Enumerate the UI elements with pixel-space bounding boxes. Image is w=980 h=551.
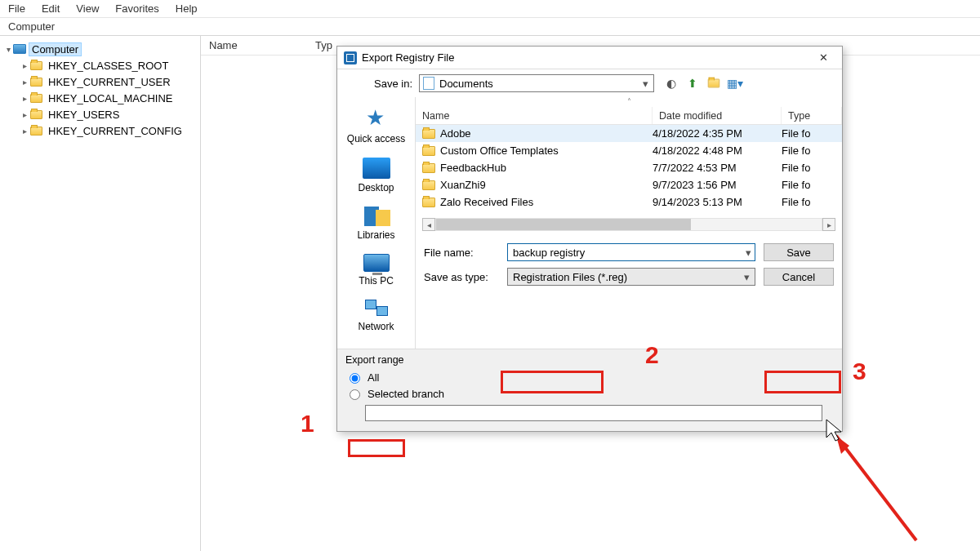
export-range-label: Export range bbox=[345, 354, 834, 366]
chevron-right-icon[interactable]: ▸ bbox=[20, 94, 29, 103]
folder-icon bbox=[422, 198, 435, 207]
tree-node-hkcu[interactable]: ▸ HKEY_CURRENT_USER bbox=[0, 73, 200, 90]
selected-branch-input[interactable] bbox=[365, 405, 822, 421]
file-row[interactable]: Custom Office Templates 4/18/2022 4:48 P… bbox=[416, 142, 842, 159]
sort-indicator-icon: ˄ bbox=[416, 97, 842, 107]
scroll-left-icon[interactable]: ◂ bbox=[422, 218, 435, 231]
place-network[interactable]: Network bbox=[337, 293, 415, 339]
chevron-down-icon[interactable]: ▾ bbox=[643, 78, 648, 90]
regedit-icon bbox=[344, 51, 357, 64]
menu-favorites[interactable]: Favorites bbox=[115, 2, 158, 15]
radio-selected-branch[interactable] bbox=[350, 389, 360, 400]
registry-tree[interactable]: ▾ Computer ▸ HKEY_CLASSES_ROOT ▸ HKEY_CU… bbox=[0, 36, 201, 551]
dialog-title: Export Registry File bbox=[362, 51, 811, 64]
file-type: File fo bbox=[782, 162, 842, 174]
save-as-type-label: Save as type: bbox=[424, 271, 499, 283]
place-desktop[interactable]: Desktop bbox=[337, 151, 415, 200]
place-this-pc[interactable]: This PC bbox=[337, 247, 415, 293]
new-folder-icon[interactable] bbox=[706, 76, 721, 91]
place-label: Libraries bbox=[357, 229, 394, 241]
file-row[interactable]: XuanZhi9 9/7/2023 1:56 PM File fo bbox=[416, 176, 842, 193]
tree-node-hklm[interactable]: ▸ HKEY_LOCAL_MACHINE bbox=[0, 90, 200, 106]
view-menu-icon[interactable]: ▦▾ bbox=[728, 76, 742, 91]
tree-node-computer[interactable]: ▾ Computer bbox=[0, 41, 200, 57]
folder-icon bbox=[422, 180, 435, 190]
place-libraries[interactable]: Libraries bbox=[337, 200, 415, 247]
tree-node-hkcr[interactable]: ▸ HKEY_CLASSES_ROOT bbox=[0, 57, 200, 73]
col-name[interactable]: Name bbox=[416, 107, 653, 124]
scroll-track[interactable] bbox=[435, 218, 822, 231]
this-pc-icon bbox=[363, 254, 390, 272]
menu-file[interactable]: File bbox=[8, 2, 25, 15]
radio-label: Selected branch bbox=[368, 388, 444, 400]
file-name-input[interactable] bbox=[507, 243, 755, 261]
save-in-label: Save in: bbox=[337, 78, 419, 90]
export-range-all[interactable]: All bbox=[345, 369, 834, 385]
file-name-label: File name: bbox=[424, 247, 499, 259]
file-row[interactable]: Adobe 4/18/2022 4:35 PM File fo bbox=[416, 125, 842, 142]
up-folder-icon[interactable]: ⬆ bbox=[685, 76, 700, 91]
cancel-button[interactable]: Cancel bbox=[764, 268, 834, 286]
address-text: Computer bbox=[8, 20, 55, 33]
document-icon bbox=[423, 77, 434, 90]
col-date-modified[interactable]: Date modified bbox=[653, 107, 782, 124]
chevron-down-icon[interactable]: ▾ bbox=[746, 247, 751, 259]
folder-icon bbox=[29, 109, 42, 120]
tree-node-label: HKEY_CLASSES_ROOT bbox=[46, 60, 171, 72]
chevron-down-icon[interactable]: ▾ bbox=[744, 271, 750, 283]
chevron-right-icon[interactable]: ▸ bbox=[20, 110, 29, 119]
file-type: File fo bbox=[782, 127, 842, 140]
tree-node-label: HKEY_LOCAL_MACHINE bbox=[46, 92, 175, 104]
menu-help[interactable]: Help bbox=[176, 2, 198, 15]
file-row[interactable]: FeedbackHub 7/7/2022 4:53 PM File fo bbox=[416, 159, 842, 176]
chevron-right-icon[interactable]: ▸ bbox=[20, 61, 29, 70]
close-button[interactable]: ✕ bbox=[811, 49, 835, 67]
file-type: File fo bbox=[782, 179, 842, 191]
address-bar: Computer bbox=[0, 18, 980, 36]
folder-icon bbox=[29, 60, 42, 71]
save-as-type-combo[interactable]: Registration Files (*.reg) ▾ bbox=[507, 268, 755, 286]
dialog-titlebar[interactable]: Export Registry File ✕ bbox=[337, 47, 842, 69]
export-range-selected-branch[interactable]: Selected branch bbox=[345, 385, 834, 402]
place-label: Desktop bbox=[358, 182, 394, 193]
radio-all[interactable] bbox=[350, 373, 360, 384]
scroll-thumb[interactable] bbox=[436, 219, 691, 230]
computer-icon bbox=[13, 43, 26, 55]
file-row[interactable]: Zalo Received Files 9/14/2023 5:13 PM Fi… bbox=[416, 193, 842, 211]
chevron-right-icon[interactable]: ▸ bbox=[20, 78, 29, 87]
export-range-group: Export range All Selected branch bbox=[337, 349, 842, 431]
file-name: FeedbackHub bbox=[440, 162, 506, 174]
menu-view[interactable]: View bbox=[76, 2, 99, 15]
folder-icon bbox=[422, 146, 435, 156]
file-list-header: Name Date modified Type bbox=[416, 107, 842, 125]
file-name: Adobe bbox=[440, 127, 471, 140]
menu-edit[interactable]: Edit bbox=[42, 2, 60, 15]
file-date: 9/7/2023 1:56 PM bbox=[653, 179, 782, 191]
chevron-down-icon[interactable]: ▾ bbox=[3, 45, 13, 54]
desktop-icon bbox=[363, 158, 390, 179]
save-as-type-value: Registration Files (*.reg) bbox=[513, 271, 627, 283]
tree-node-label: HKEY_CURRENT_USER bbox=[46, 76, 173, 88]
save-button[interactable]: Save bbox=[764, 243, 834, 261]
libraries-icon bbox=[364, 207, 389, 226]
save-in-combo[interactable]: Documents ▾ bbox=[419, 74, 654, 92]
place-quick-access[interactable]: Quick access bbox=[337, 102, 415, 151]
tree-node-hkcc[interactable]: ▸ HKEY_CURRENT_CONFIG bbox=[0, 122, 200, 139]
place-label: Quick access bbox=[347, 133, 405, 144]
place-label: This PC bbox=[359, 275, 394, 287]
file-name: XuanZhi9 bbox=[440, 179, 486, 191]
scroll-right-icon[interactable]: ▸ bbox=[822, 218, 835, 231]
tree-node-label: HKEY_USERS bbox=[46, 109, 122, 121]
horizontal-scrollbar[interactable]: ◂ ▸ bbox=[422, 217, 835, 232]
chevron-right-icon[interactable]: ▸ bbox=[20, 127, 29, 136]
folder-icon bbox=[29, 76, 42, 87]
file-type: File fo bbox=[782, 196, 842, 208]
place-label: Network bbox=[358, 321, 394, 332]
col-type[interactable]: Type bbox=[782, 107, 842, 124]
network-icon bbox=[363, 300, 390, 318]
back-icon[interactable]: ◐ bbox=[664, 76, 679, 91]
col-name[interactable]: Name bbox=[201, 36, 307, 55]
file-name: Zalo Received Files bbox=[440, 196, 533, 208]
tree-node-hku[interactable]: ▸ HKEY_USERS bbox=[0, 106, 200, 122]
export-registry-dialog: Export Registry File ✕ Save in: Document… bbox=[336, 46, 843, 432]
